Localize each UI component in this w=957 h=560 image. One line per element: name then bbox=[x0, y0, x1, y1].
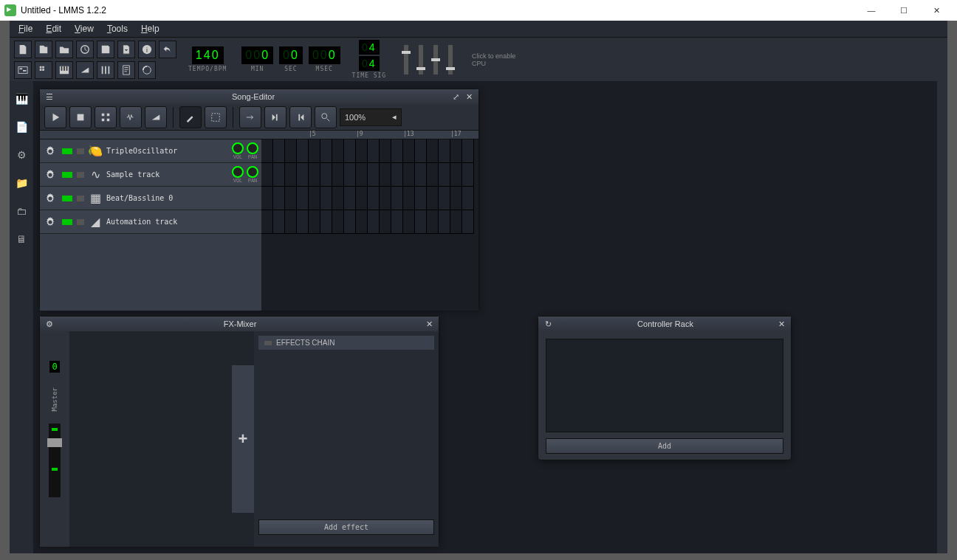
timesig-display[interactable]: 04 04 TIME SIG bbox=[352, 40, 387, 79]
gear-icon[interactable] bbox=[43, 144, 58, 159]
controller-rack-button[interactable] bbox=[138, 61, 156, 79]
piano-roll-button[interactable] bbox=[55, 61, 73, 79]
mute-toggle[interactable] bbox=[62, 219, 72, 225]
workspace-scrollbar[interactable] bbox=[937, 81, 947, 553]
menu-edit[interactable]: Edit bbox=[40, 22, 67, 35]
open-button[interactable] bbox=[55, 41, 73, 58]
sidebar-projects-icon[interactable]: 🗀 bbox=[14, 204, 29, 218]
record-button[interactable] bbox=[95, 106, 117, 128]
solo-toggle[interactable] bbox=[77, 172, 84, 178]
tempo-display[interactable]: 140 TEMPO/BPM bbox=[188, 46, 227, 72]
mute-toggle[interactable] bbox=[62, 196, 72, 201]
draw-mode-button[interactable] bbox=[179, 106, 202, 128]
fx-mixer-window: ⚙ FX-Mixer ✕ 0 Master + bbox=[39, 316, 439, 546]
time-sec: 00 SEC bbox=[279, 46, 303, 72]
new-from-template-button[interactable] bbox=[35, 41, 52, 58]
maximize-button[interactable]: ☐ bbox=[888, 0, 920, 21]
fx-mixer-titlebar[interactable]: ⚙ FX-Mixer ✕ bbox=[40, 317, 439, 331]
solo-toggle[interactable] bbox=[77, 219, 84, 225]
vol-knob[interactable] bbox=[232, 142, 244, 154]
track-list: 🍋 TripleOscillator VOL PAN ∿ Sample trac… bbox=[40, 131, 261, 311]
play-button[interactable] bbox=[44, 106, 66, 128]
svg-text:i: i bbox=[146, 46, 148, 53]
ramp-icon: ◢ bbox=[89, 215, 102, 229]
menubar: File Edit View Tools Help bbox=[10, 21, 947, 37]
extra-slider[interactable] bbox=[448, 45, 453, 75]
automation-editor-button[interactable] bbox=[76, 61, 94, 79]
timeline[interactable]: |5 |9 |13 |17 bbox=[261, 131, 478, 311]
sidebar-computer-icon[interactable]: 🖥 bbox=[14, 232, 29, 246]
sidebar-instruments-icon[interactable]: 🎹 bbox=[14, 91, 29, 106]
svg-rect-12 bbox=[64, 66, 65, 70]
track-name[interactable]: Beat/Bassline 0 bbox=[106, 194, 261, 202]
minimize-button[interactable]: — bbox=[855, 0, 888, 21]
sidebar-presets-icon[interactable]: ⚙ bbox=[14, 148, 29, 162]
song-editor-close-icon[interactable]: ✕ bbox=[464, 91, 474, 102]
add-channel-button[interactable]: + bbox=[232, 365, 254, 513]
gear-icon[interactable] bbox=[43, 191, 58, 206]
pan-knob[interactable] bbox=[247, 166, 258, 178]
track-name[interactable]: TripleOscillator bbox=[106, 147, 227, 155]
hq-slider[interactable] bbox=[419, 45, 423, 75]
fx-master-strip[interactable]: 0 Master bbox=[40, 331, 69, 547]
sidebar-samples-icon[interactable]: 📄 bbox=[14, 120, 29, 134]
menu-file[interactable]: File bbox=[13, 22, 38, 35]
song-editor-titlebar[interactable]: ☰ Song-Editor ⤢ ✕ bbox=[40, 89, 478, 104]
fx-mixer-button[interactable] bbox=[97, 61, 114, 79]
loop-forward-button[interactable] bbox=[239, 106, 261, 128]
solo-toggle[interactable] bbox=[77, 196, 84, 201]
gear-icon[interactable] bbox=[43, 167, 58, 182]
edit-mode-button[interactable] bbox=[205, 106, 227, 128]
svg-rect-8 bbox=[40, 69, 42, 71]
controller-rack-title: Controller Rack bbox=[637, 319, 693, 328]
zoom-selector[interactable]: 100%◂ bbox=[340, 108, 402, 126]
svg-rect-17 bbox=[78, 114, 84, 120]
add-effect-button[interactable]: Add effect bbox=[258, 519, 434, 535]
master-fader[interactable] bbox=[49, 424, 61, 497]
skip-end-button[interactable] bbox=[264, 106, 287, 128]
recent-button[interactable] bbox=[76, 41, 94, 58]
project-notes-button[interactable] bbox=[117, 61, 135, 79]
close-button[interactable]: ✕ bbox=[920, 0, 953, 21]
menu-tools[interactable]: Tools bbox=[101, 22, 134, 35]
export-button[interactable] bbox=[117, 41, 135, 58]
track-name[interactable]: Sample track bbox=[106, 170, 227, 179]
song-editor-maximize-icon[interactable]: ⤢ bbox=[450, 91, 461, 102]
record-accomp-button[interactable] bbox=[120, 106, 142, 128]
track-row[interactable]: ◢ Automation track bbox=[40, 210, 261, 234]
skip-start-button[interactable] bbox=[289, 106, 312, 128]
grid-icon: ▦ bbox=[89, 192, 102, 205]
track-row[interactable]: 🍋 TripleOscillator VOL PAN bbox=[40, 139, 261, 163]
menu-view[interactable]: View bbox=[69, 22, 100, 35]
menu-help[interactable]: Help bbox=[135, 22, 165, 35]
zoom-icon[interactable] bbox=[315, 106, 337, 128]
sidebar-home-icon[interactable]: 📁 bbox=[14, 176, 29, 190]
cpu-info[interactable]: Click to enable CPU bbox=[472, 52, 515, 67]
track-row[interactable]: ∿ Sample track VOL PAN bbox=[40, 163, 261, 187]
chain-toggle-icon[interactable] bbox=[264, 341, 272, 345]
add-controller-button[interactable]: Add bbox=[546, 438, 783, 454]
chain-header: EFFECTS CHAIN bbox=[276, 339, 335, 347]
new-project-button[interactable] bbox=[14, 41, 32, 58]
gear-icon[interactable] bbox=[43, 215, 58, 229]
controller-rack-titlebar[interactable]: ↻ Controller Rack ✕ bbox=[538, 317, 791, 331]
song-editor-button[interactable] bbox=[14, 61, 32, 79]
whatsthis-button[interactable]: i bbox=[138, 41, 156, 58]
mute-toggle[interactable] bbox=[62, 172, 72, 178]
add-track-button[interactable] bbox=[145, 106, 167, 128]
bb-editor-button[interactable] bbox=[35, 61, 52, 79]
track-name[interactable]: Automation track bbox=[106, 218, 261, 226]
song-editor-title: Song-Editor bbox=[232, 92, 275, 101]
undo-button[interactable] bbox=[159, 41, 176, 58]
master-pitch-slider[interactable] bbox=[433, 45, 438, 75]
master-volume-slider[interactable] bbox=[404, 45, 408, 75]
fx-mixer-close-icon[interactable]: ✕ bbox=[424, 319, 434, 329]
vol-knob[interactable] bbox=[232, 166, 244, 178]
mute-toggle[interactable] bbox=[62, 148, 72, 154]
controller-rack-close-icon[interactable]: ✕ bbox=[776, 319, 786, 329]
save-button[interactable] bbox=[97, 41, 114, 58]
solo-toggle[interactable] bbox=[77, 148, 84, 154]
pan-knob[interactable] bbox=[247, 142, 258, 154]
track-row[interactable]: ▦ Beat/Bassline 0 bbox=[40, 187, 261, 210]
stop-button[interactable] bbox=[69, 106, 92, 128]
